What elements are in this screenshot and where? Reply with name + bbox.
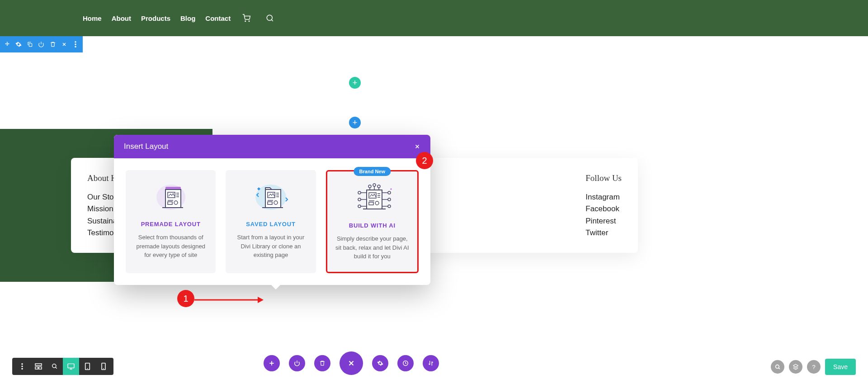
ai-layout-illustration — [335, 181, 409, 216]
add-section-button[interactable]: + — [349, 77, 361, 89]
card-title: PREMADE LAYOUT — [134, 221, 208, 228]
duplicate-icon[interactable] — [26, 40, 34, 49]
nav-blog[interactable]: Blog — [180, 14, 195, 22]
close-icon[interactable] — [60, 40, 68, 49]
premade-layout-card[interactable]: PREMADE LAYOUT Select from thousands of … — [126, 170, 216, 273]
svg-point-40 — [358, 198, 361, 201]
premade-layout-illustration — [134, 180, 208, 214]
move-icon[interactable] — [3, 40, 11, 49]
footer-link[interactable]: Our Stor — [87, 191, 117, 203]
svg-point-50 — [368, 185, 371, 188]
more-icon[interactable] — [71, 40, 80, 49]
svg-line-3 — [272, 19, 273, 21]
section-toolbar — [0, 36, 83, 52]
close-icon[interactable] — [414, 143, 420, 150]
search-icon[interactable] — [266, 14, 274, 22]
footer-col-follow: Follow Us Instagram Facebook Pinterest T… — [585, 173, 622, 237]
desktop-view-icon[interactable] — [63, 358, 79, 375]
svg-point-2 — [267, 15, 272, 20]
svg-point-54 — [377, 185, 380, 188]
power-icon[interactable] — [289, 355, 305, 371]
build-with-ai-card[interactable]: Brand New — [326, 170, 419, 273]
nav-products[interactable]: Products — [141, 14, 170, 22]
modal-title: Insert Layout — [124, 142, 168, 151]
svg-point-46 — [388, 198, 391, 201]
zoom-icon[interactable] — [47, 358, 63, 375]
footer-link[interactable]: Mission — [87, 203, 117, 215]
footer-link[interactable]: Instagram — [585, 191, 622, 203]
brand-new-badge: Brand New — [354, 167, 391, 176]
footer-link[interactable]: Testimo — [87, 227, 117, 239]
modal-body: PREMADE LAYOUT Select from thousands of … — [114, 158, 430, 285]
svg-point-52 — [373, 184, 376, 186]
card-title: BUILD WITH AI — [335, 222, 409, 229]
saved-layout-card[interactable]: SAVED LAYOUT Start from a layout in your… — [226, 170, 316, 273]
cart-icon[interactable] — [242, 14, 250, 22]
card-title: SAVED LAYOUT — [234, 221, 307, 228]
trash-icon[interactable] — [314, 355, 330, 371]
svg-point-44 — [388, 191, 391, 194]
trash-icon[interactable] — [48, 40, 57, 49]
svg-line-64 — [56, 367, 57, 369]
svg-rect-62 — [39, 367, 42, 369]
svg-point-1 — [249, 21, 250, 22]
card-desc: Simply describe your page, sit back, rel… — [335, 234, 409, 261]
nav-about[interactable]: About — [112, 14, 131, 22]
footer-link[interactable]: Twitter — [585, 227, 622, 239]
svg-point-6 — [75, 43, 77, 45]
svg-line-76 — [778, 368, 780, 369]
tablet-view-icon[interactable] — [79, 358, 95, 375]
top-nav: Home About Products Blog Contact — [0, 0, 868, 36]
history-icon[interactable] — [397, 355, 414, 371]
gear-icon[interactable] — [372, 355, 388, 371]
add-button[interactable] — [264, 355, 280, 371]
svg-point-57 — [21, 363, 23, 365]
close-panel-button[interactable] — [340, 351, 363, 375]
power-icon[interactable] — [37, 40, 46, 49]
card-desc: Start from a layout in your Divi Library… — [234, 233, 307, 260]
bottom-right-bar: ? Save — [771, 359, 856, 375]
view-toolbar — [12, 358, 113, 375]
nav-contact[interactable]: Contact — [205, 14, 231, 22]
svg-point-0 — [245, 21, 246, 22]
layers-icon[interactable] — [789, 360, 802, 374]
svg-rect-61 — [35, 367, 38, 369]
footer-link[interactable]: Pinterest — [585, 215, 622, 227]
footer-col-title: Follow Us — [585, 173, 622, 183]
add-row-button[interactable]: + — [349, 117, 361, 128]
svg-point-38 — [358, 191, 361, 194]
help-icon[interactable]: ? — [807, 360, 821, 374]
save-button[interactable]: Save — [825, 359, 856, 375]
svg-rect-4 — [29, 43, 32, 46]
swap-icon[interactable] — [423, 355, 439, 371]
phone-view-icon[interactable] — [95, 358, 112, 375]
nav-home[interactable]: Home — [83, 14, 102, 22]
wireframe-view-icon[interactable] — [30, 358, 47, 375]
svg-point-7 — [75, 46, 77, 48]
callout-badge-1: 1 — [177, 290, 194, 307]
svg-point-75 — [775, 365, 779, 368]
insert-layout-modal: Insert Layout — [114, 135, 430, 285]
modal-header[interactable]: Insert Layout — [114, 135, 430, 158]
footer-col-title: About H — [87, 173, 117, 183]
svg-point-42 — [358, 205, 361, 208]
svg-point-58 — [21, 365, 23, 367]
callout-badge-2: 2 — [416, 152, 433, 169]
svg-point-48 — [388, 205, 391, 208]
more-icon[interactable] — [14, 358, 30, 375]
svg-point-5 — [75, 41, 77, 43]
bottom-action-bar — [264, 351, 439, 375]
search-icon[interactable] — [771, 360, 784, 374]
svg-rect-65 — [68, 364, 74, 368]
footer-link[interactable]: Sustaina — [87, 215, 117, 227]
footer-col-about: About H Our Stor Mission Sustaina Testim… — [87, 173, 117, 237]
callout-arrow — [194, 295, 264, 304]
gear-icon[interactable] — [14, 40, 23, 49]
card-desc: Select from thousands of premade layouts… — [134, 233, 208, 260]
saved-layout-illustration — [234, 180, 307, 214]
svg-rect-60 — [35, 364, 42, 365]
footer-link[interactable]: Facebook — [585, 203, 622, 215]
svg-point-63 — [52, 364, 56, 368]
svg-point-59 — [21, 368, 23, 370]
